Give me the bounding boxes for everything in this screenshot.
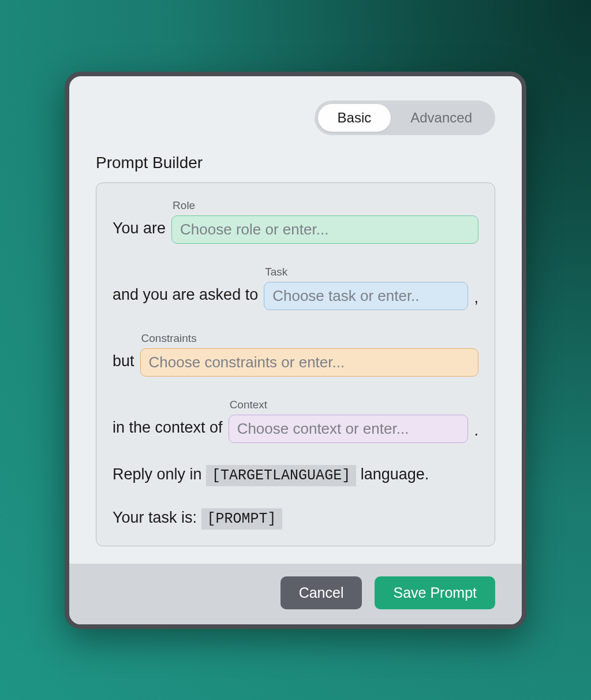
- trail-context: .: [474, 422, 478, 443]
- reply-pre: Reply only in: [113, 466, 206, 483]
- task-pre: Your task is:: [113, 509, 201, 526]
- row-context: in the context of Context .: [113, 399, 478, 443]
- tab-advanced[interactable]: Advanced: [391, 104, 492, 132]
- save-prompt-button[interactable]: Save Prompt: [375, 576, 495, 609]
- lead-context: in the context of: [113, 416, 223, 443]
- row-role: You are Role: [113, 199, 478, 244]
- context-input[interactable]: [229, 415, 469, 443]
- cancel-button[interactable]: Cancel: [280, 576, 362, 609]
- tab-group: Basic Advanced: [315, 100, 495, 135]
- field-wrap-context: Context: [229, 399, 469, 443]
- row-reply-language: Reply only in [TARGETLANGUAGE] language.: [113, 465, 478, 486]
- field-wrap-task: Task: [264, 266, 468, 310]
- constraints-input[interactable]: [140, 348, 478, 377]
- tab-container: Basic Advanced: [96, 100, 495, 135]
- label-task: Task: [264, 266, 468, 278]
- prompt-token: [PROMPT]: [201, 508, 282, 530]
- label-constraints: Constraints: [140, 332, 478, 345]
- row-constraints: but Constraints: [113, 332, 478, 377]
- row-task: and you are asked to Task ,: [113, 266, 478, 310]
- builder-box: You are Role and you are asked to Task ,…: [96, 183, 495, 546]
- field-wrap-constraints: Constraints: [140, 332, 478, 377]
- lead-task: and you are asked to: [113, 283, 258, 310]
- target-language-token: [TARGETLANGUAGE]: [206, 465, 356, 486]
- trail-task: ,: [474, 289, 478, 310]
- label-context: Context: [229, 399, 469, 411]
- label-role: Role: [171, 199, 478, 212]
- task-input[interactable]: [264, 282, 468, 310]
- lead-constraints: but: [113, 349, 134, 377]
- modal-body: Basic Advanced Prompt Builder You are Ro…: [69, 76, 522, 564]
- role-input[interactable]: [171, 215, 478, 244]
- modal-footer: Cancel Save Prompt: [69, 564, 522, 624]
- prompt-builder-modal: Basic Advanced Prompt Builder You are Ro…: [65, 72, 526, 629]
- lead-role: You are: [113, 217, 166, 244]
- row-task-token: Your task is: [PROMPT]: [113, 508, 478, 530]
- reply-post: language.: [361, 466, 429, 483]
- page-title: Prompt Builder: [96, 154, 495, 172]
- tab-basic[interactable]: Basic: [318, 104, 391, 132]
- field-wrap-role: Role: [171, 199, 478, 244]
